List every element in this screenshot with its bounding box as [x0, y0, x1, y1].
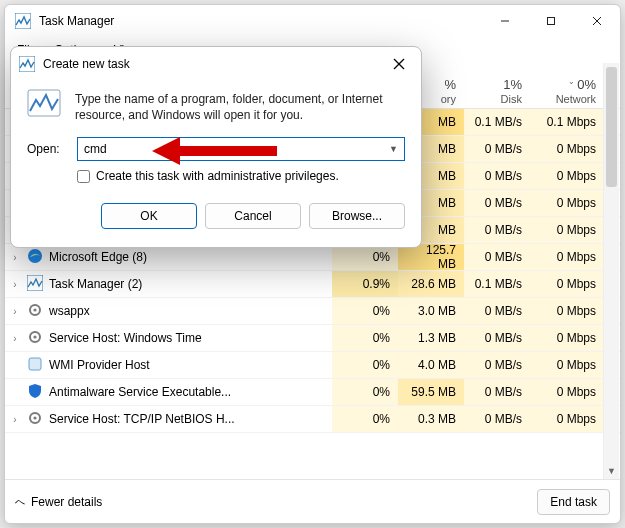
process-name: Service Host: TCP/IP NetBIOS H...	[49, 412, 235, 426]
dialog-description: Type the name of a program, folder, docu…	[75, 87, 405, 123]
chevron-up-icon: へ	[15, 495, 25, 509]
dialog-title: Create new task	[43, 57, 385, 71]
admin-label: Create this task with administrative pri…	[96, 169, 339, 183]
process-name: Antimalware Service Executable...	[49, 385, 231, 399]
disk-cell: 0 MB/s	[464, 352, 530, 378]
expand-chevron-icon[interactable]: ›	[9, 279, 21, 290]
memory-cell: 59.5 MB	[398, 379, 464, 405]
cpu-cell: 0%	[332, 379, 398, 405]
disk-cell: 0 MB/s	[464, 379, 530, 405]
gear-icon	[27, 329, 43, 348]
table-row[interactable]: ›Service Host: Windows Time0%1.3 MB0 MB/…	[5, 325, 620, 352]
network-cell: 0 Mbps	[530, 190, 604, 216]
disk-cell: 0 MB/s	[464, 190, 530, 216]
table-row[interactable]: ›Service Host: TCP/IP NetBIOS H...0%0.3 …	[5, 406, 620, 433]
svg-point-13	[33, 416, 36, 419]
table-row[interactable]: Antimalware Service Executable...0%59.5 …	[5, 379, 620, 406]
run-large-icon	[27, 87, 61, 121]
cpu-cell: 0.9%	[332, 271, 398, 297]
disk-cell: 0 MB/s	[464, 244, 530, 270]
open-value: cmd	[84, 142, 107, 156]
expand-chevron-icon[interactable]: ›	[9, 306, 21, 317]
scroll-thumb[interactable]	[606, 67, 617, 187]
col-network[interactable]: ⌄0%Network	[530, 75, 604, 108]
disk-cell: 0.1 MB/s	[464, 109, 530, 135]
fewer-details-label: Fewer details	[31, 495, 102, 509]
browse-button[interactable]: Browse...	[309, 203, 405, 229]
open-label: Open:	[27, 142, 67, 156]
create-new-task-dialog: Create new task Type the name of a progr…	[10, 46, 422, 248]
svg-point-10	[33, 335, 36, 338]
window-title: Task Manager	[39, 14, 482, 28]
disk-cell: 0 MB/s	[464, 298, 530, 324]
process-name-cell: ›wsappx	[5, 298, 332, 324]
network-cell: 0 Mbps	[530, 352, 604, 378]
process-name: WMI Provider Host	[49, 358, 150, 372]
process-name-cell: ›Task Manager (2)	[5, 271, 332, 297]
expand-chevron-icon[interactable]: ›	[9, 414, 21, 425]
memory-cell: 0.3 MB	[398, 406, 464, 432]
network-cell: 0 Mbps	[530, 244, 604, 270]
fewer-details-button[interactable]: へ Fewer details	[15, 495, 102, 509]
expand-chevron-icon[interactable]: ›	[9, 333, 21, 344]
run-icon	[19, 56, 35, 72]
gear-icon	[27, 410, 43, 429]
task-manager-icon	[15, 13, 31, 29]
process-name: Service Host: Windows Time	[49, 331, 202, 345]
edge-icon	[27, 248, 43, 267]
minimize-button[interactable]	[482, 5, 528, 37]
open-input[interactable]: cmd ▼	[77, 137, 405, 161]
cpu-cell: 0%	[332, 406, 398, 432]
process-name: wsappx	[49, 304, 90, 318]
table-row[interactable]: WMI Provider Host0%4.0 MB0 MB/s0 Mbps	[5, 352, 620, 379]
disk-cell: 0 MB/s	[464, 163, 530, 189]
disk-cell: 0.1 MB/s	[464, 271, 530, 297]
dialog-titlebar[interactable]: Create new task	[11, 47, 421, 81]
gear-icon	[27, 302, 43, 321]
cpu-cell: 0%	[332, 352, 398, 378]
table-row[interactable]: ›Microsoft Edge (8)0%125.7 MB0 MB/s0 Mbp…	[5, 244, 620, 271]
svg-point-5	[28, 249, 42, 263]
close-icon	[393, 58, 405, 70]
footer: へ Fewer details End task	[5, 479, 620, 523]
memory-cell: 4.0 MB	[398, 352, 464, 378]
table-row[interactable]: ›wsappx0%3.0 MB0 MB/s0 Mbps	[5, 298, 620, 325]
dialog-close-button[interactable]	[385, 50, 413, 78]
memory-cell: 28.6 MB	[398, 271, 464, 297]
titlebar[interactable]: Task Manager	[5, 5, 620, 37]
ok-button[interactable]: OK	[101, 203, 197, 229]
cancel-button[interactable]: Cancel	[205, 203, 301, 229]
process-name-cell: ›Service Host: TCP/IP NetBIOS H...	[5, 406, 332, 432]
scroll-down-icon[interactable]: ▼	[604, 463, 619, 479]
network-cell: 0 Mbps	[530, 271, 604, 297]
svg-point-8	[33, 308, 36, 311]
tm-icon	[27, 275, 43, 294]
sort-caret-icon: ⌄	[568, 77, 575, 86]
col-disk[interactable]: 1%Disk	[464, 75, 530, 108]
network-cell: 0 Mbps	[530, 163, 604, 189]
memory-cell: 1.3 MB	[398, 325, 464, 351]
cpu-cell: 0%	[332, 325, 398, 351]
scrollbar[interactable]: ▲ ▼	[603, 63, 619, 479]
close-button[interactable]	[574, 5, 620, 37]
table-row[interactable]: ›Task Manager (2)0.9%28.6 MB0.1 MB/s0 Mb…	[5, 271, 620, 298]
network-cell: 0 Mbps	[530, 406, 604, 432]
expand-chevron-icon[interactable]: ›	[9, 252, 21, 263]
process-name: Task Manager (2)	[49, 277, 142, 291]
network-cell: 0 Mbps	[530, 379, 604, 405]
admin-checkbox[interactable]	[77, 170, 90, 183]
disk-cell: 0 MB/s	[464, 325, 530, 351]
maximize-button[interactable]	[528, 5, 574, 37]
cpu-cell: 0%	[332, 298, 398, 324]
chevron-down-icon[interactable]: ▼	[389, 144, 398, 154]
network-cell: 0 Mbps	[530, 217, 604, 243]
process-name-cell: WMI Provider Host	[5, 352, 332, 378]
process-name: Microsoft Edge (8)	[49, 250, 147, 264]
end-task-button[interactable]: End task	[537, 489, 610, 515]
svg-rect-11	[29, 358, 41, 370]
disk-cell: 0 MB/s	[464, 136, 530, 162]
network-cell: 0 Mbps	[530, 298, 604, 324]
app-icon	[27, 356, 43, 375]
disk-cell: 0 MB/s	[464, 217, 530, 243]
process-name-cell: Antimalware Service Executable...	[5, 379, 332, 405]
